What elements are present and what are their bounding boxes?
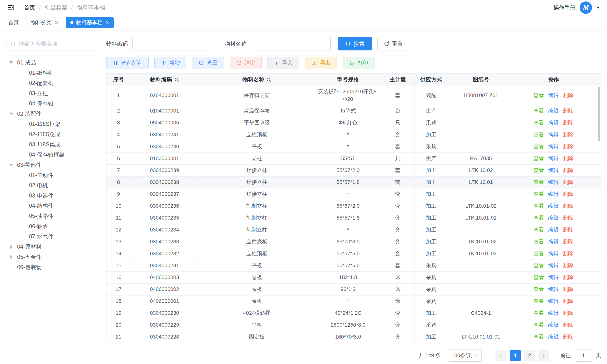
edit-link[interactable]: 编辑	[548, 155, 559, 161]
tab-material-category[interactable]: 物料分类 ✕	[26, 17, 63, 28]
edit-link[interactable]: 编辑	[548, 227, 559, 233]
edit-link[interactable]: 编辑	[548, 334, 559, 340]
material-code-input[interactable]	[132, 37, 212, 51]
manual-link[interactable]: 操作手册	[553, 4, 575, 12]
table-scrollbar[interactable]	[598, 87, 600, 141]
toolbar-button-新增[interactable]: 新增	[154, 57, 186, 69]
tree-leaf-02-118S总成[interactable]: 02-118S总成	[6, 129, 97, 139]
close-tab-icon[interactable]: ✕	[105, 20, 109, 25]
delete-link[interactable]: 删除	[563, 167, 573, 173]
breadcrumb-archive[interactable]: 料品档案	[44, 4, 68, 12]
view-link[interactable]: 查看	[533, 239, 544, 245]
breadcrumb-home[interactable]: 首页	[24, 4, 35, 12]
caret-down-icon[interactable]	[9, 61, 13, 64]
tree-leaf-01-118S框架[interactable]: 01-118S框架	[6, 119, 97, 129]
edit-link[interactable]: 编辑	[548, 274, 559, 280]
view-link[interactable]: 查看	[533, 191, 544, 197]
view-link[interactable]: 查看	[533, 108, 544, 114]
toolbar-button-打印[interactable]: 打印	[343, 57, 374, 69]
delete-link[interactable]: 删除	[563, 298, 573, 304]
tree-leaf-03-立柱[interactable]: 03-立柱	[6, 88, 97, 99]
view-link[interactable]: 查看	[533, 310, 544, 316]
view-link[interactable]: 查看	[533, 120, 544, 126]
tree-leaf-04-保存箱框架[interactable]: 04-保存箱框架	[6, 150, 97, 160]
view-link[interactable]: 查看	[533, 155, 544, 161]
delete-link[interactable]: 删除	[563, 250, 573, 257]
tree-leaf-02-配套机[interactable]: 02-配套机	[6, 78, 97, 88]
view-link[interactable]: 查看	[533, 274, 544, 280]
view-link[interactable]: 查看	[533, 322, 544, 328]
avatar[interactable]: M	[579, 1, 592, 14]
category-search-box[interactable]	[6, 37, 97, 51]
view-link[interactable]: 查看	[533, 143, 544, 149]
edit-link[interactable]: 编辑	[548, 108, 559, 114]
tree-leaf-06-轴承[interactable]: 06-轴承	[6, 221, 97, 232]
toolbar-button-清空[interactable]: 清空	[230, 57, 262, 69]
toolbar-button-查询所有[interactable]: 查询所有	[106, 57, 149, 69]
edit-link[interactable]: 编辑	[548, 131, 559, 138]
delete-link[interactable]: 删除	[563, 131, 573, 138]
tree-leaf-02-电机[interactable]: 02-电机	[6, 180, 97, 191]
tree-leaf-03-电器件[interactable]: 03-电器件	[6, 191, 97, 201]
delete-link[interactable]: 删除	[563, 143, 573, 149]
page-button-1[interactable]: 1	[510, 350, 521, 361]
delete-link[interactable]: 删除	[563, 179, 573, 185]
toolbar-button-导入[interactable]: 导入	[267, 57, 299, 69]
view-link[interactable]: 查看	[533, 179, 544, 185]
tree-node-05-五金件[interactable]: 05-五金件	[6, 252, 97, 262]
view-link[interactable]: 查看	[533, 250, 544, 257]
view-link[interactable]: 查看	[533, 167, 544, 173]
material-name-input[interactable]	[251, 37, 331, 51]
tree-leaf-05-油路件[interactable]: 05-油路件	[6, 211, 97, 221]
view-link[interactable]: 查看	[533, 334, 544, 340]
edit-link[interactable]: 编辑	[548, 239, 559, 245]
view-link[interactable]: 查看	[533, 131, 544, 138]
toolbar-button-查重[interactable]: 查重	[192, 57, 224, 69]
delete-link[interactable]: 删除	[563, 92, 573, 98]
delete-link[interactable]: 删除	[563, 274, 573, 280]
delete-link[interactable]: 删除	[563, 227, 573, 233]
view-link[interactable]: 查看	[533, 286, 544, 292]
view-link[interactable]: 查看	[533, 92, 544, 98]
caret-down-icon[interactable]	[9, 113, 13, 115]
category-search-input[interactable]	[19, 41, 93, 47]
close-tab-icon[interactable]: ✕	[55, 20, 58, 25]
delete-link[interactable]: 删除	[563, 322, 573, 328]
edit-link[interactable]: 编辑	[548, 298, 559, 304]
delete-link[interactable]: 删除	[563, 310, 573, 316]
goto-page-input[interactable]	[575, 349, 592, 362]
edit-link[interactable]: 编辑	[548, 120, 559, 126]
column-header-物料编码[interactable]: 物料编码	[131, 74, 198, 86]
user-menu-caret-icon[interactable]: ▼	[596, 6, 600, 10]
column-search-icon[interactable]	[266, 77, 271, 82]
page-size-select[interactable]: 100条/页	[448, 349, 482, 362]
edit-link[interactable]: 编辑	[548, 203, 559, 209]
delete-link[interactable]: 删除	[563, 155, 573, 161]
edit-link[interactable]: 编辑	[548, 215, 559, 221]
edit-link[interactable]: 编辑	[548, 179, 559, 185]
tree-leaf-04-保存箱[interactable]: 04-保存箱	[6, 99, 97, 109]
edit-link[interactable]: 编辑	[548, 286, 559, 292]
next-page-button[interactable]: ›	[538, 350, 549, 361]
delete-link[interactable]: 删除	[563, 108, 573, 114]
view-link[interactable]: 查看	[533, 203, 544, 209]
tree-node-03-零部件[interactable]: 03-零部件	[6, 160, 97, 170]
column-header-物料名称[interactable]: 物料名称	[198, 74, 315, 86]
edit-link[interactable]: 编辑	[548, 250, 559, 257]
tree-node-01-成品[interactable]: 01-成品	[6, 58, 97, 68]
caret-right-icon[interactable]	[9, 245, 13, 249]
view-link[interactable]: 查看	[533, 262, 544, 268]
delete-link[interactable]: 删除	[563, 286, 573, 292]
delete-link[interactable]: 删除	[563, 120, 573, 126]
edit-link[interactable]: 编辑	[548, 191, 559, 197]
edit-link[interactable]: 编辑	[548, 143, 559, 149]
reset-button[interactable]: 重置	[377, 37, 409, 51]
tree-leaf-04-结构件[interactable]: 04-结构件	[6, 201, 97, 211]
tree-node-06-包装物[interactable]: 06-包装物	[6, 262, 97, 273]
edit-link[interactable]: 编辑	[548, 322, 559, 328]
tree-leaf-01-纸杯机[interactable]: 01-纸杯机	[6, 68, 97, 78]
view-link[interactable]: 查看	[533, 298, 544, 304]
prev-page-button[interactable]: ‹	[496, 350, 507, 361]
caret-right-icon[interactable]	[9, 255, 13, 259]
delete-link[interactable]: 删除	[563, 239, 573, 245]
